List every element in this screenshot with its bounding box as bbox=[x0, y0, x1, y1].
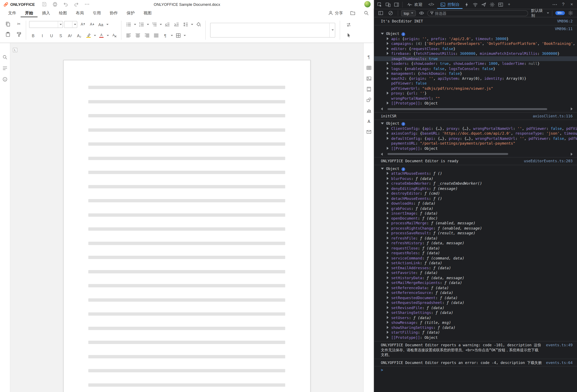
format-painter-button[interactable] bbox=[15, 31, 23, 38]
bold-button[interactable]: B bbox=[29, 32, 37, 39]
expand-caret-icon[interactable] bbox=[387, 281, 389, 284]
font-name-dropdown[interactable] bbox=[58, 21, 63, 28]
expand-caret-icon[interactable] bbox=[387, 77, 389, 79]
scroll-right-button[interactable] bbox=[571, 152, 573, 155]
tree-row[interactable]: management: {checkDomain: false} bbox=[374, 71, 577, 76]
expand-caret-icon[interactable] bbox=[387, 197, 389, 200]
highlight-color-button[interactable] bbox=[84, 32, 92, 39]
borders-button[interactable] bbox=[174, 32, 182, 39]
menu-tab-0[interactable]: 文件 bbox=[4, 8, 21, 17]
object-header[interactable]: Objecti bbox=[374, 31, 577, 36]
increase-indent-button[interactable] bbox=[172, 21, 180, 28]
expand-caret-icon[interactable] bbox=[387, 127, 389, 130]
dock-panel-button[interactable] bbox=[392, 0, 401, 9]
devtools-tab-console[interactable]: 控制台 bbox=[437, 0, 463, 9]
shape-settings-button[interactable] bbox=[364, 95, 374, 104]
header-search-icon[interactable] bbox=[362, 9, 370, 16]
device-toolbar-button[interactable] bbox=[384, 0, 392, 9]
expand-caret-icon[interactable] bbox=[387, 172, 389, 175]
expand-caret-icon[interactable] bbox=[387, 231, 389, 234]
increase-font-button[interactable]: A bbox=[78, 21, 86, 28]
menu-tab-7[interactable]: 保护 bbox=[122, 8, 139, 17]
decrease-indent-button[interactable] bbox=[163, 21, 171, 28]
paragraph-shading-button[interactable] bbox=[194, 21, 202, 28]
expand-caret-icon[interactable] bbox=[387, 311, 389, 314]
change-case-button[interactable]: Aa bbox=[97, 21, 105, 28]
para-marks-caret[interactable] bbox=[171, 35, 173, 36]
menu-tab-4[interactable]: 布局 bbox=[72, 8, 88, 17]
align-right-button[interactable] bbox=[143, 32, 151, 39]
layout-button[interactable] bbox=[496, 0, 505, 9]
undo-button[interactable] bbox=[62, 1, 70, 7]
scroll-left-button[interactable] bbox=[381, 107, 383, 110]
expand-caret-icon[interactable] bbox=[387, 147, 389, 149]
tree-row[interactable]: processSaveResult: ƒ (result, message) bbox=[374, 231, 577, 236]
font-size-dropdown[interactable] bbox=[72, 21, 77, 28]
expand-caret-icon[interactable] bbox=[387, 286, 389, 289]
expand-caret-icon[interactable] bbox=[387, 42, 389, 45]
tree-row[interactable]: grabFocus: ƒ (data) bbox=[374, 206, 577, 211]
tree-row[interactable]: insertImage: ƒ (data) bbox=[374, 211, 577, 216]
wifi-button[interactable] bbox=[471, 0, 480, 9]
expand-caret-icon[interactable] bbox=[387, 137, 389, 140]
tree-row[interactable]: api: {origin: '', prefix: '/api/2.0', ti… bbox=[374, 36, 577, 41]
expand-caret-icon[interactable] bbox=[387, 316, 389, 319]
expand-caret-icon[interactable] bbox=[387, 202, 389, 205]
tree-row[interactable]: createEmbedWorker: ƒ _createEmbedWorker(… bbox=[374, 181, 577, 186]
menu-tab-8[interactable]: 视图 bbox=[139, 8, 156, 17]
menu-tab-2[interactable]: 插入 bbox=[37, 8, 54, 17]
expand-caret-icon[interactable] bbox=[387, 296, 389, 299]
tree-row[interactable]: setHistoryData: ƒ (data, message) bbox=[374, 276, 577, 281]
align-justify-button[interactable] bbox=[152, 32, 160, 39]
tree-row[interactable]: setReferenceData: ƒ (data) bbox=[374, 285, 577, 290]
expand-caret-icon[interactable] bbox=[387, 132, 389, 135]
decrease-font-button[interactable]: A bbox=[88, 21, 96, 28]
tree-row[interactable]: proxy: {url: ''} bbox=[374, 91, 577, 96]
tree-row[interactable]: setMailMergeRecipients: ƒ (data) bbox=[374, 281, 577, 285]
scrollbar-track[interactable] bbox=[384, 107, 570, 110]
tree-row[interactable]: detachMouseEvents: ƒ () bbox=[374, 196, 577, 201]
clear-console-icon[interactable] bbox=[387, 9, 395, 17]
console-source-link[interactable]: axiosClient.ts:116 bbox=[533, 113, 573, 118]
tree-row[interactable]: destroyEditor: ƒ (cmd) bbox=[374, 191, 577, 196]
bullets-button[interactable] bbox=[124, 21, 133, 28]
headerfooter-settings-button[interactable] bbox=[364, 85, 374, 94]
tree-row[interactable]: oauth2: {origin: '', apiSystem: Array(0)… bbox=[374, 76, 577, 81]
redo-button[interactable] bbox=[73, 1, 80, 7]
tree-row[interactable]: firebase: {fetchTimeoutMillis: 3600000, … bbox=[374, 51, 577, 56]
tree-row[interactable]: setEmailAddresses: ƒ (data) bbox=[374, 265, 577, 270]
gear-button[interactable] bbox=[488, 0, 496, 9]
tree-row[interactable]: showMessage: ƒ (title, msg) bbox=[374, 320, 577, 325]
font-color-caret[interactable] bbox=[107, 35, 109, 36]
tree-row[interactable]: serviceCommand: ƒ (command, data) bbox=[374, 255, 577, 260]
help-button[interactable]: ? bbox=[559, 0, 568, 9]
tree-row[interactable]: setSharingSettings: ƒ (data) bbox=[374, 310, 577, 315]
scrollbar-thumb[interactable] bbox=[388, 108, 547, 110]
tree-row[interactable]: downloadAs: ƒ (data) bbox=[374, 201, 577, 206]
more-button[interactable] bbox=[83, 1, 91, 7]
devtools-tab-sources[interactable]: </> bbox=[425, 0, 437, 9]
subscript-button[interactable]: A₂ bbox=[75, 32, 83, 39]
font-color-button[interactable]: A bbox=[97, 32, 105, 39]
tree-row[interactable]: setActionLink: ƒ (data) bbox=[374, 260, 577, 265]
expand-caret-icon[interactable] bbox=[387, 276, 389, 279]
scroll-right-button[interactable] bbox=[571, 107, 573, 110]
expand-caret-icon[interactable] bbox=[387, 256, 389, 259]
expand-caret-icon[interactable] bbox=[387, 271, 389, 274]
expand-caret-icon[interactable] bbox=[387, 52, 389, 55]
object-header[interactable]: Objecti bbox=[374, 166, 577, 171]
issues-badge[interactable]: 99+ bbox=[555, 11, 565, 15]
tree-row[interactable]: startFilling: ƒ (data) bbox=[374, 330, 577, 335]
chart-settings-button[interactable] bbox=[364, 106, 374, 115]
replace-button[interactable] bbox=[345, 21, 353, 29]
tree-row[interactable]: requestRoles: ƒ (data) bbox=[374, 250, 577, 255]
share-button[interactable]: 分享 bbox=[328, 10, 343, 16]
console-input[interactable] bbox=[386, 367, 573, 372]
tree-row[interactable]: requestClose: ƒ (data) bbox=[374, 246, 577, 250]
expand-caret-icon[interactable] bbox=[387, 47, 389, 50]
console-source-link[interactable]: useEditorEvents.ts:203 bbox=[524, 158, 573, 164]
tree-row[interactable]: campaigns: (4) ['OnlyofficeForDevelopers… bbox=[374, 41, 577, 46]
tree-row[interactable]: setUsers: ƒ (data) bbox=[374, 315, 577, 320]
console-source-link[interactable]: events.ts:64 bbox=[546, 360, 573, 365]
menu-tab-1[interactable]: 开始 bbox=[21, 8, 37, 17]
